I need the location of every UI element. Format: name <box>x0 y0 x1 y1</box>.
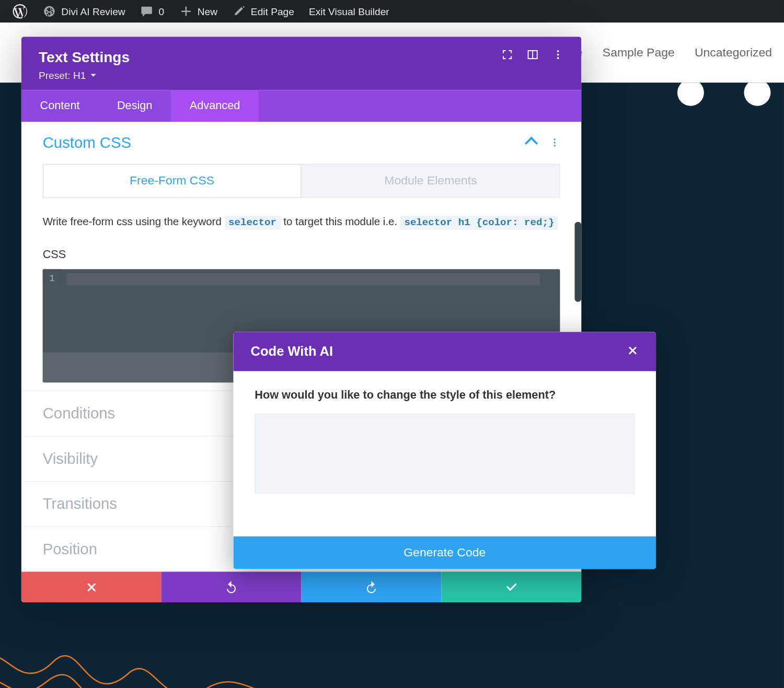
adminbar-new-label: New <box>198 6 217 17</box>
svg-point-3 <box>557 54 559 56</box>
nav-circle <box>744 83 770 106</box>
tab-design[interactable]: Design <box>98 90 171 122</box>
code-with-ai-modal: Code With AI How would you like to chang… <box>233 332 656 569</box>
adminbar-edit[interactable]: Edit Page <box>225 0 301 22</box>
subtab-elements[interactable]: Module Elements <box>302 164 560 198</box>
code-example: selector h1 {color: red;} <box>400 216 558 230</box>
nav-item-uncategorized[interactable]: Uncategorized <box>695 45 772 60</box>
adminbar-exit-label: Exit Visual Builder <box>309 6 389 17</box>
adminbar-edit-label: Edit Page <box>251 6 294 17</box>
tab-advanced[interactable]: Advanced <box>171 90 259 122</box>
collapse-icon[interactable] <box>525 136 538 149</box>
adminbar-site[interactable]: Divi AI Review <box>36 0 132 22</box>
modal-title: Text Settings <box>39 49 130 66</box>
modal-scrollbar[interactable] <box>574 222 581 302</box>
modal-preset[interactable]: Preset: H1 <box>39 69 130 81</box>
svg-point-7 <box>554 145 556 146</box>
undo-button[interactable] <box>162 572 302 602</box>
css-label: CSS <box>43 248 560 261</box>
save-button[interactable] <box>441 572 581 602</box>
adminbar-comments-count: 0 <box>158 6 164 17</box>
svg-point-2 <box>557 50 559 52</box>
nav-item-sample-page[interactable]: Sample Page <box>603 45 675 60</box>
generate-code-button[interactable]: Generate Code <box>233 537 656 569</box>
section-more-icon[interactable] <box>549 134 560 151</box>
tab-content[interactable]: Content <box>21 90 98 122</box>
panel-layout-icon[interactable] <box>527 49 539 61</box>
adminbar-comments[interactable]: 0 <box>133 0 171 22</box>
redo-button[interactable] <box>302 572 442 602</box>
adminbar-site-label: Divi AI Review <box>61 6 125 17</box>
code-line-number: 1 <box>49 273 55 283</box>
svg-point-6 <box>554 142 556 143</box>
ai-question: How would you like to change the style o… <box>255 389 635 402</box>
expand-icon[interactable] <box>501 49 513 61</box>
wp-logo[interactable] <box>5 0 34 22</box>
ai-prompt-input[interactable] <box>255 414 635 494</box>
nav-circle <box>677 83 704 106</box>
svg-point-5 <box>554 138 556 140</box>
svg-point-4 <box>557 57 559 59</box>
adminbar-exit-vb[interactable]: Exit Visual Builder <box>302 0 396 22</box>
adminbar-new[interactable]: New <box>172 0 224 22</box>
cancel-button[interactable] <box>21 572 162 602</box>
ai-modal-title: Code With AI <box>251 344 333 359</box>
more-icon[interactable] <box>552 49 564 61</box>
code-selector: selector <box>224 216 280 230</box>
section-custom-css[interactable]: Custom CSS <box>43 134 132 151</box>
subtab-freeform[interactable]: Free-Form CSS <box>43 164 302 198</box>
custom-css-description: Write free-form css using the keyword se… <box>43 213 560 231</box>
close-icon[interactable] <box>627 344 639 359</box>
